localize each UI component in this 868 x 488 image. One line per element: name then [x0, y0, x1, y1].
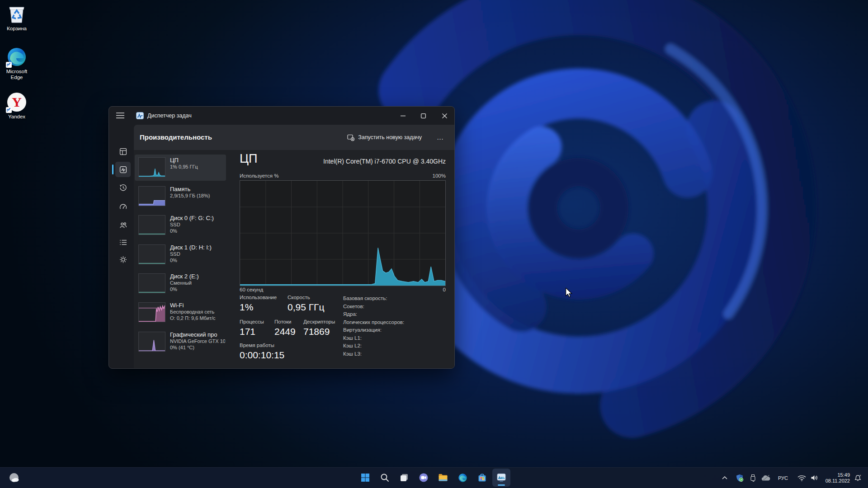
tray-wifi-icon[interactable] [796, 468, 807, 488]
tray-security-shield-icon[interactable] [734, 468, 745, 488]
nav-startup-apps[interactable] [115, 199, 131, 214]
more-options-button[interactable]: ... [432, 131, 449, 144]
perf-item-detail: 0% (41 °C) [170, 345, 225, 351]
cpu-spec-labels: Базовая скорость: Сокетов: Ядра: Логичес… [343, 295, 404, 358]
maximize-button[interactable] [413, 107, 433, 125]
perf-item-detail: 2,9/15,9 ГБ (18%) [170, 193, 225, 199]
chart-y-max: 100% [433, 173, 446, 178]
yandex-letter: Y [12, 94, 22, 109]
taskbar: РУС 15:49 08.11.2022 z [0, 467, 868, 488]
nav-performance[interactable] [115, 162, 131, 177]
taskbar-edge-button[interactable] [453, 469, 472, 487]
perf-item-detail: О: 0,2 П: 9,6 Мбит/с [170, 315, 225, 322]
chart-x-right: 0 [443, 287, 446, 292]
stat-label-speed: Скорость [288, 295, 310, 300]
perf-item-wifi[interactable]: Wi-Fi Беспроводная сеть О: 0,2 П: 9,6 Мб… [135, 300, 226, 326]
perf-item-detail: NVIDIA GeForce GTX 106 [170, 338, 225, 345]
disk2-mini-graph [138, 273, 165, 293]
nav-details[interactable] [115, 235, 131, 250]
perf-item-disk1[interactable]: Диск 1 (D: H: I:) SSD 0% [135, 242, 226, 268]
yandex-icon: Y [6, 92, 27, 113]
perf-item-cpu[interactable]: ЦП 1% 0,95 ГГц [135, 155, 226, 181]
tray-usb-icon[interactable] [748, 468, 758, 488]
desktop-icon-yandex[interactable]: Y Yandex [0, 92, 33, 120]
edge-icon [6, 47, 27, 67]
taskbar-task-manager-button[interactable] [492, 469, 510, 487]
page-header: Производительность Запустить новую задач… [134, 125, 454, 150]
task-manager-window: Диспетчер задач [108, 106, 455, 369]
tray-language-indicator[interactable]: РУС [774, 468, 792, 488]
spec-cache-l2: Кэш L2: [343, 342, 404, 350]
chart-y-label: Используется % [240, 173, 278, 178]
desktop-icon-label: Yandex [0, 114, 33, 120]
taskbar-chat-button[interactable] [415, 469, 433, 487]
tray-notification-bell-icon[interactable]: z [852, 468, 863, 488]
shortcut-arrow-badge [6, 62, 12, 68]
tray-onedrive-icon[interactable] [760, 468, 772, 488]
taskbar-store-button[interactable] [473, 469, 491, 487]
perf-item-disk2[interactable]: Диск 2 (E:) Сменный 0% [135, 271, 226, 297]
nav-services[interactable] [115, 252, 131, 267]
run-new-task-label: Запустить новую задачу [358, 134, 422, 141]
stat-label-processes: Процессы [240, 319, 264, 324]
tray-time: 15:49 [822, 472, 850, 478]
taskbar-file-explorer-button[interactable] [434, 469, 452, 487]
perf-item-detail: Беспроводная сеть [170, 309, 225, 315]
stat-label-handles: Дескрипторы [303, 319, 335, 324]
perf-item-detail: 0% [170, 286, 225, 293]
cpu-mini-graph [138, 157, 165, 177]
page-title: Производительность [140, 133, 212, 141]
desktop-icon-recycle-bin[interactable]: Корзина [0, 4, 33, 32]
perf-item-detail: 1% 0,95 ГГц [170, 164, 225, 170]
tray-volume-icon[interactable] [808, 468, 820, 488]
hamburger-menu-button[interactable] [116, 112, 124, 119]
desktop-icon-edge[interactable]: Microsoft Edge [0, 47, 33, 80]
stat-label-usage: Использование [240, 295, 277, 300]
spec-cache-l1: Кэш L1: [343, 334, 404, 343]
spec-cache-l3: Кэш L3: [343, 350, 404, 358]
cpu-usage-chart[interactable] [240, 180, 446, 286]
perf-item-title: Диск 2 (E:) [170, 272, 225, 280]
perf-item-title: Диск 0 (F: G: C:) [170, 214, 225, 222]
taskbar-start-button[interactable] [356, 469, 374, 487]
stat-value-processes: 171 [240, 326, 255, 337]
run-new-task-button[interactable]: Запустить новую задачу [343, 131, 426, 144]
mouse-cursor [565, 288, 573, 298]
perf-item-gpu[interactable]: Графический про NVIDIA GeForce GTX 106 0… [135, 329, 226, 355]
close-button[interactable] [434, 107, 454, 125]
svg-text:z: z [859, 474, 861, 477]
perf-item-title: Диск 1 (D: H: I:) [170, 244, 225, 251]
more-options-label: ... [437, 134, 444, 141]
perf-item-detail: SSD [170, 222, 225, 228]
window-title: Диспетчер задач [147, 113, 192, 119]
disk1-mini-graph [138, 244, 165, 264]
stat-label-threads: Потоки [274, 319, 291, 324]
spec-cores: Ядра: [343, 310, 404, 319]
perf-item-title: ЦП [170, 156, 225, 164]
nav-users[interactable] [115, 217, 131, 233]
cpu-pane-title: ЦП [240, 152, 257, 166]
perf-item-detail: SSD [170, 251, 225, 258]
chart-x-left: 60 секунд [240, 287, 263, 292]
tray-clock[interactable]: 15:49 08.11.2022 [822, 468, 850, 488]
nav-processes[interactable] [115, 144, 131, 159]
tray-date: 08.11.2022 [822, 478, 850, 484]
perf-item-title: Память [170, 185, 225, 193]
perf-item-disk0[interactable]: Диск 0 (F: G: C:) SSD 0% [135, 212, 226, 239]
title-bar[interactable]: Диспетчер задач [109, 107, 454, 125]
perf-item-title: Графический про [170, 331, 225, 338]
performance-list: ЦП 1% 0,95 ГГц Память 2,9/15,9 ГБ (18%) … [135, 154, 228, 368]
disk0-mini-graph [138, 215, 165, 235]
taskbar-search-button[interactable] [376, 469, 394, 487]
stat-value-uptime: 0:00:10:15 [240, 350, 284, 361]
recycle-bin-icon [6, 4, 27, 24]
tray-chevron-button[interactable] [720, 468, 730, 488]
stat-value-threads: 2449 [274, 326, 296, 337]
perf-item-memory[interactable]: Память 2,9/15,9 ГБ (18%) [135, 183, 226, 210]
widgets-weather-button[interactable] [6, 468, 23, 488]
taskbar-task-view-button[interactable] [395, 469, 413, 487]
selected-nav-accent-pill [112, 164, 113, 174]
minimize-button[interactable] [393, 107, 413, 125]
spec-logical-processors: Логических процессоров: [343, 319, 404, 327]
nav-app-history[interactable] [115, 180, 131, 195]
